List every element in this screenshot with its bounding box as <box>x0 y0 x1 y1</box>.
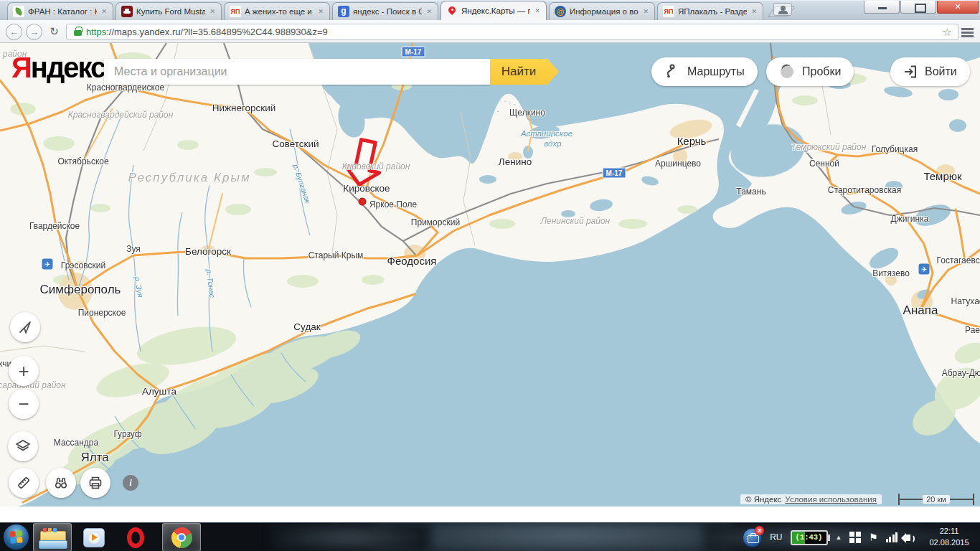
browser-tab[interactable]: А жених-то еще и д✕ <box>224 2 330 20</box>
browser-toolbar: ← → ↻ https://maps.yandex.ru/?ll=35.6848… <box>0 20 980 43</box>
terms-of-use-link[interactable]: Условия использования <box>785 495 877 504</box>
tab-title: Яндекс.Карты — под <box>461 6 530 15</box>
forward-button[interactable]: → <box>26 24 42 40</box>
taskbar-explorer-button[interactable] <box>33 523 72 551</box>
windows-logo-icon <box>9 530 22 543</box>
tab-title: ЯПлакалъ - Разделы <box>678 7 747 16</box>
yandex-logo[interactable]: Яндекс <box>11 52 105 84</box>
close-button[interactable] <box>937 1 979 14</box>
zoom-out-button[interactable]: − <box>9 389 39 419</box>
explorer-folder-icon <box>40 528 65 547</box>
system-tray: x RU (1:43) ▲ ⚑ 22:11 02.08.2015 <box>743 523 976 551</box>
zoom-in-button[interactable]: + <box>9 356 39 386</box>
tray-toolbox-icon[interactable]: x <box>743 528 762 547</box>
kirovskoe-marker-dot <box>359 198 366 205</box>
login-icon <box>903 65 918 79</box>
chrome-icon <box>171 527 192 548</box>
login-button[interactable]: Войти <box>890 57 970 86</box>
tab-close-icon[interactable]: ✕ <box>750 8 758 15</box>
tab-close-icon[interactable]: ✕ <box>100 8 108 15</box>
traffic-button[interactable]: Пробки <box>766 57 854 86</box>
yandex-pin-favicon-icon <box>446 5 458 17</box>
search-input[interactable] <box>104 59 490 85</box>
routes-icon <box>664 64 680 80</box>
tab-close-icon[interactable]: ✕ <box>425 8 433 15</box>
tab-title: яндекс - Поиск в Go <box>353 7 422 16</box>
panorama-search-button[interactable] <box>46 468 76 498</box>
yap-favicon-icon <box>663 6 674 17</box>
yap-favicon-icon <box>230 6 241 17</box>
maximize-button[interactable] <box>900 1 936 14</box>
scale-label: 20 км <box>923 495 950 504</box>
google-favicon-icon <box>338 6 349 17</box>
battery-indicator[interactable]: (1:43) <box>791 530 828 545</box>
language-indicator[interactable]: RU <box>770 532 782 542</box>
get-windows-10-icon[interactable] <box>849 532 861 543</box>
taskbar-clock[interactable]: 22:11 02.08.2015 <box>923 526 976 549</box>
binoculars-icon <box>53 475 69 491</box>
tab-close-icon[interactable]: ✕ <box>642 8 649 15</box>
map-scale: 20 км <box>898 494 974 505</box>
map-canvas[interactable] <box>0 43 980 507</box>
battery-time: (1:43) <box>792 533 826 542</box>
browser-tab[interactable]: Информация о восс✕ <box>549 2 655 20</box>
bookmark-star-icon[interactable]: ☆ <box>943 26 952 39</box>
tab-title: Информация о восс <box>570 7 639 16</box>
browser-window-bottom <box>0 507 980 522</box>
error-badge: x <box>755 526 764 535</box>
tab-title: ФРАН : Каталог : Кух <box>28 7 97 16</box>
geolocation-arrow-icon <box>18 320 32 334</box>
search-box[interactable] <box>104 59 490 85</box>
taskbar-media-player-button[interactable] <box>75 523 113 551</box>
tab-title: Купить Ford Mustang <box>136 7 205 16</box>
action-center-flag-icon[interactable]: ⚑ <box>869 532 878 543</box>
opera-icon <box>127 527 144 548</box>
login-label: Войти <box>925 65 957 78</box>
browser-tab[interactable]: яндекс - Поиск в Go✕ <box>332 2 438 20</box>
browser-tab[interactable]: ФРАН : Каталог : Кух✕ <box>7 2 113 20</box>
profile-button[interactable] <box>773 3 792 16</box>
taskbar-opera-button[interactable] <box>116 523 155 551</box>
traffic-label: Пробки <box>802 65 841 78</box>
browser-tab[interactable]: ЯПлакалъ - Разделы✕ <box>657 2 763 20</box>
routes-button[interactable]: Маршруты <box>651 57 758 86</box>
show-hidden-icons-button[interactable]: ▲ <box>836 534 842 541</box>
car-favicon-icon <box>121 6 133 17</box>
info-button[interactable]: i <box>123 475 138 491</box>
taskbar-glass-blur <box>273 523 430 551</box>
url-text: https://maps.yandex.ru/?ll=35.684895%2C4… <box>86 27 938 37</box>
tab-title: А жених-то еще и д <box>245 7 314 16</box>
clock-date: 02.08.2015 <box>923 537 976 549</box>
windows-taskbar: x RU (1:43) ▲ ⚑ 22:11 02.08.2015 <box>0 522 980 551</box>
ruler-icon <box>16 475 32 491</box>
minimize-button[interactable] <box>864 1 900 14</box>
browser-tab-strip: ФРАН : Каталог : Кух✕Купить Ford Mustang… <box>0 0 980 20</box>
layers-button[interactable] <box>8 431 38 461</box>
geolocation-button[interactable] <box>10 312 40 342</box>
volume-icon[interactable] <box>905 534 910 541</box>
ruler-button[interactable] <box>9 468 39 498</box>
back-button[interactable]: ← <box>6 24 22 40</box>
address-bar[interactable]: https://maps.yandex.ru/?ll=35.684895%2C4… <box>66 24 958 40</box>
network-signal-icon[interactable] <box>886 532 898 542</box>
reload-button[interactable]: ↻ <box>46 24 62 40</box>
routes-label: Маршруты <box>687 65 745 78</box>
browser-tab[interactable]: Яндекс.Карты — под✕ <box>440 1 547 20</box>
window-controls <box>863 1 979 14</box>
map-viewport[interactable]: КрасногвардейскоеНижнегорскийСоветскийОк… <box>0 43 980 507</box>
tab-close-icon[interactable]: ✕ <box>209 8 216 15</box>
traffic-light-icon <box>779 64 795 80</box>
print-button[interactable] <box>80 468 110 498</box>
find-button[interactable]: Найти <box>490 59 559 85</box>
start-button[interactable] <box>3 524 29 550</box>
printer-icon <box>88 475 103 491</box>
taskbar-chrome-button[interactable] <box>162 523 201 551</box>
browser-tab[interactable]: Купить Ford Mustang✕ <box>116 2 222 20</box>
layers-icon <box>15 438 31 454</box>
chrome-menu-icon[interactable] <box>961 28 974 30</box>
https-lock-icon[interactable] <box>74 30 82 36</box>
tab-close-icon[interactable]: ✕ <box>534 7 541 14</box>
tab-close-icon[interactable]: ✕ <box>317 8 324 15</box>
media-player-icon <box>83 528 105 547</box>
tab-list: ФРАН : Каталог : Кух✕Купить Ford Mustang… <box>7 1 791 20</box>
